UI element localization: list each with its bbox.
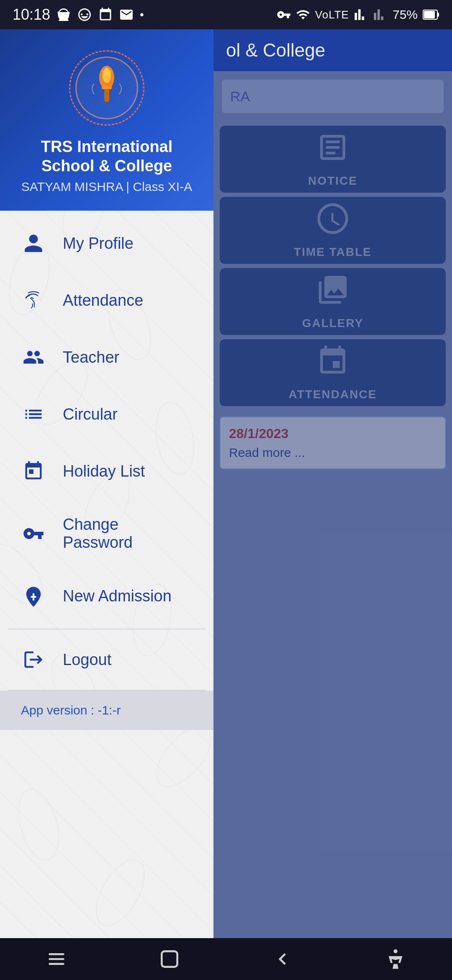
sidebar-item-attendance[interactable]: Attendance [0,272,213,329]
school-logo [69,50,144,126]
status-bar: 10:18 • VoLTE 75% [0,0,452,29]
svg-rect-22 [49,953,64,955]
teacher-label: Teacher [63,348,119,366]
app-header: ol & College [213,29,452,71]
signal-text: VoLTE [315,8,349,21]
sidebar-item-logout[interactable]: Logout [0,629,213,690]
sidebar-item-teacher[interactable]: Teacher [0,329,213,386]
svg-rect-24 [49,963,64,965]
svg-rect-20 [102,86,112,89]
teacher-icon [21,345,46,370]
signal-icon [354,8,368,22]
drawer-overlay[interactable] [213,29,452,938]
status-left: 10:18 • [13,6,144,23]
menu-list: My Profile Attendance Teacher [0,211,213,629]
admission-icon [21,583,46,609]
password-key-icon [21,521,46,546]
sidebar-item-circular[interactable]: Circular [0,386,213,443]
holiday-label: Holiday List [63,462,145,480]
gmail-icon [119,7,134,22]
new-admission-label: New Admission [63,587,172,605]
battery-icon [423,9,439,21]
profile-icon [21,231,46,256]
change-password-label: Change Password [63,516,193,552]
svg-point-26 [393,949,397,953]
status-right: VoLTE 75% [277,8,439,22]
navigation-drawer: TRS International School & College SATYA… [0,29,213,938]
logo-inner [75,57,138,119]
svg-rect-25 [162,951,177,967]
student-info: SATYAM MISHRA | Class XI-A [21,180,192,194]
dot-indicator: • [140,8,144,21]
header-title: ol & College [226,40,325,61]
svg-rect-1 [437,13,439,17]
face-icon [77,7,92,22]
torch-logo-icon [86,65,128,111]
bottom-nav [0,938,452,980]
battery-percent: 75% [393,8,418,22]
logout-icon [21,647,46,672]
nav-home-button[interactable] [158,947,181,971]
sidebar-item-holiday-list[interactable]: Holiday List [0,443,213,500]
nav-menu-button[interactable] [45,947,68,971]
sidebar-item-change-password[interactable]: Change Password [0,500,213,567]
fingerprint-icon [21,288,46,313]
logout-label: Logout [63,651,111,669]
time-display: 10:18 [13,6,50,23]
attendance-label: Attendance [63,291,143,309]
notification-icon [56,7,71,22]
holiday-icon [21,459,46,484]
app-version-bar: App version : -1:-r [0,691,213,730]
key-icon [277,8,291,22]
school-name: TRS International School & College [17,137,197,175]
signal2-icon [373,8,388,22]
profile-label: My Profile [63,235,134,253]
sidebar-item-my-profile[interactable]: My Profile [0,215,213,272]
svg-rect-23 [49,958,64,960]
sidebar-item-new-admission[interactable]: New Admission [0,567,213,624]
wifi-icon [296,8,310,22]
calendar-icon [98,7,113,22]
circular-label: Circular [63,405,118,423]
main-content: ol & College RA NOTICE TIME TABLE [213,29,452,938]
main-layout: TRS International School & College SATYA… [0,29,452,938]
drawer-header: TRS International School & College SATYA… [0,29,213,211]
app-version-text: App version : -1:-r [21,703,121,717]
nav-accessibility-button[interactable] [384,947,407,971]
circular-icon [21,402,46,427]
svg-rect-2 [424,11,435,18]
logo-outer-ring [69,50,144,126]
nav-back-button[interactable] [271,947,294,971]
